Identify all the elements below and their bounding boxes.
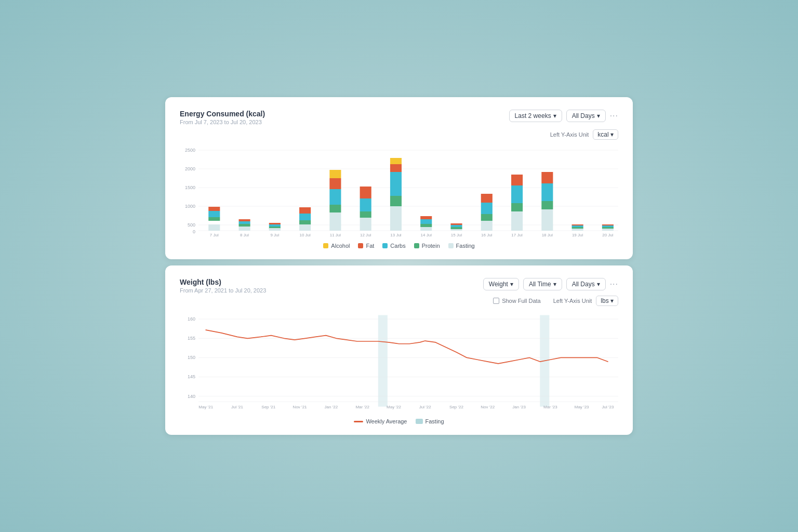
alcohol-dot	[323, 243, 328, 248]
weight-more-button[interactable]: ···	[610, 280, 618, 289]
weight-line-svg: 160 155 150 145 140 May '21 Jul '21 Sep …	[180, 310, 618, 414]
energy-title-group: Energy Consumed (kcal) From Jul 7, 2023 …	[180, 110, 265, 125]
svg-rect-77	[572, 229, 583, 231]
svg-rect-75	[572, 225, 583, 227]
weight-type-button[interactable]: Weight ▾	[483, 278, 519, 290]
svg-text:15 Jul: 15 Jul	[451, 233, 462, 237]
svg-rect-49	[420, 224, 432, 227]
svg-rect-38	[360, 211, 371, 218]
svg-text:Mar '22: Mar '22	[355, 405, 369, 409]
svg-rect-81	[602, 224, 614, 225]
legend-carbs-label: Carbs	[390, 243, 405, 249]
svg-text:12 Jul: 12 Jul	[360, 233, 371, 237]
show-full-data-checkbox[interactable]	[493, 298, 499, 304]
svg-text:Jul '23: Jul '23	[602, 405, 614, 409]
weight-title: Weight (lbs)	[180, 278, 266, 286]
weight-unit-button[interactable]: lbs ▾	[596, 296, 618, 306]
weekly-avg-line	[354, 421, 363, 422]
energy-days-button[interactable]: All Days ▾	[566, 110, 606, 122]
chevron-down-icon: ▾	[597, 281, 600, 288]
svg-text:150: 150	[188, 355, 195, 361]
svg-rect-66	[511, 175, 523, 185]
svg-text:Jul '21: Jul '21	[231, 405, 243, 409]
svg-text:17 Jul: 17 Jul	[511, 233, 523, 237]
svg-rect-56	[450, 223, 462, 225]
svg-text:145: 145	[188, 375, 195, 380]
svg-text:19 Jul: 19 Jul	[572, 233, 583, 237]
energy-more-button[interactable]: ···	[610, 111, 618, 121]
weight-controls: Weight ▾ All Time ▾ All Days ▾ ···	[483, 278, 618, 290]
energy-time-range-button[interactable]: Last 2 weeks ▾	[509, 110, 562, 122]
svg-rect-74	[572, 227, 583, 229]
fasting-weight-dot	[416, 419, 423, 424]
svg-rect-47	[390, 206, 402, 231]
svg-rect-76	[572, 224, 583, 225]
svg-rect-44	[390, 172, 402, 196]
svg-rect-79	[602, 227, 614, 229]
weight-time-button[interactable]: All Time ▾	[523, 278, 562, 290]
energy-legend: Alcohol Fat Carbs Protein Fasting	[180, 243, 618, 249]
svg-rect-59	[481, 214, 493, 221]
svg-text:1500: 1500	[185, 185, 195, 190]
legend-fasting-weight-label: Fasting	[425, 418, 444, 424]
svg-text:0: 0	[193, 229, 195, 234]
chevron-down-icon: ▾	[553, 112, 556, 119]
svg-rect-82	[602, 229, 614, 231]
chevron-down-icon: ▾	[597, 112, 600, 119]
energy-y-axis-label: Left Y-Axis Unit	[550, 131, 589, 138]
weight-y-axis-label: Left Y-Axis Unit	[553, 298, 592, 304]
legend-alcohol-label: Alcohol	[331, 243, 350, 249]
svg-rect-43	[390, 196, 402, 206]
svg-rect-64	[511, 203, 523, 211]
svg-rect-33	[329, 189, 341, 205]
svg-rect-55	[450, 225, 462, 227]
svg-rect-70	[541, 183, 553, 201]
svg-text:1000: 1000	[185, 204, 195, 209]
svg-rect-84	[378, 315, 388, 407]
legend-fasting: Fasting	[448, 243, 475, 249]
svg-text:2500: 2500	[185, 148, 195, 153]
legend-weekly-avg-label: Weekly Average	[366, 418, 407, 424]
chevron-down-icon: ▾	[553, 281, 556, 288]
svg-text:140: 140	[188, 394, 195, 399]
svg-rect-17	[239, 224, 250, 227]
svg-rect-18	[239, 221, 250, 224]
svg-text:16 Jul: 16 Jul	[481, 233, 493, 237]
svg-rect-13	[208, 211, 220, 217]
svg-text:10 Jul: 10 Jul	[299, 233, 311, 237]
legend-protein: Protein	[414, 243, 440, 249]
legend-fat: Fat	[358, 243, 374, 249]
svg-text:2000: 2000	[185, 166, 195, 171]
energy-y-axis-row: Left Y-Axis Unit kcal ▾	[180, 129, 618, 140]
weight-days-button[interactable]: All Days ▾	[566, 278, 606, 290]
svg-rect-62	[481, 221, 493, 231]
energy-unit-button[interactable]: kcal ▾	[593, 129, 618, 140]
protein-dot	[414, 243, 419, 248]
svg-rect-28	[299, 214, 311, 220]
svg-text:Sep '22: Sep '22	[449, 405, 463, 409]
svg-text:13 Jul: 13 Jul	[390, 233, 402, 237]
legend-alcohol: Alcohol	[323, 243, 350, 249]
svg-text:8 Jul: 8 Jul	[240, 233, 249, 237]
weight-subtitle: From Apr 27, 2021 to Jul 20, 2023	[180, 287, 266, 294]
chevron-down-icon: ▾	[510, 281, 513, 288]
svg-rect-25	[269, 228, 281, 231]
svg-rect-72	[541, 209, 553, 231]
fasting-dot	[448, 243, 454, 248]
svg-text:20 Jul: 20 Jul	[602, 233, 614, 237]
svg-rect-12	[208, 217, 220, 221]
svg-rect-60	[481, 203, 493, 214]
svg-text:Mar '23: Mar '23	[543, 405, 557, 409]
svg-text:155: 155	[188, 336, 195, 341]
svg-rect-34	[329, 178, 341, 189]
svg-rect-67	[511, 211, 523, 231]
svg-rect-20	[239, 227, 250, 231]
svg-rect-14	[208, 207, 220, 211]
svg-rect-41	[360, 218, 371, 231]
weight-card: Weight (lbs) From Apr 27, 2021 to Jul 20…	[165, 265, 633, 435]
svg-rect-57	[450, 229, 462, 231]
svg-text:May '22: May '22	[387, 405, 401, 409]
svg-rect-40	[360, 187, 371, 198]
svg-text:9 Jul: 9 Jul	[270, 233, 279, 237]
svg-rect-27	[299, 220, 311, 224]
